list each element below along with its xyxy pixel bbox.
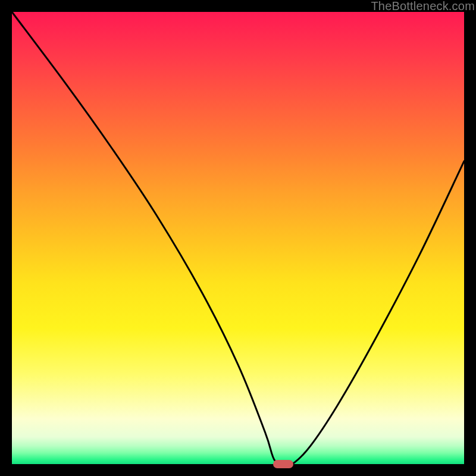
optimum-marker: [273, 460, 293, 468]
bottleneck-curve-svg: [12, 12, 464, 464]
watermark-text: TheBottleneck.com: [371, 0, 475, 13]
chart-frame: TheBottleneck.com: [0, 0, 476, 476]
bottleneck-curve-path: [12, 12, 464, 466]
chart-plot-area: [12, 12, 464, 464]
